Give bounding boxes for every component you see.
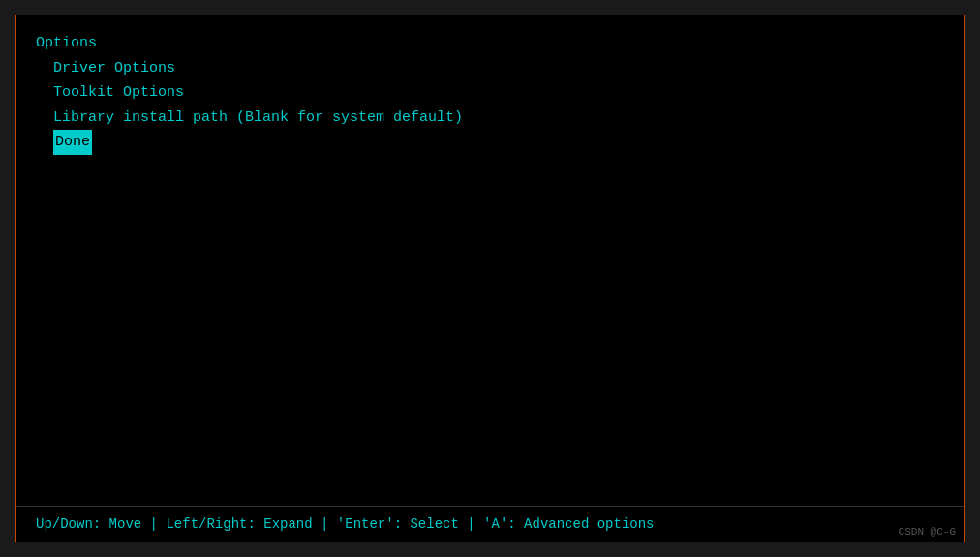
terminal-window: Options Driver Options Toolkit Options L…: [15, 15, 965, 542]
menu-item-toolkit-options[interactable]: Toolkit Options: [36, 80, 944, 106]
menu-item-done[interactable]: Done: [36, 130, 944, 155]
watermark: CSDN @C-G: [899, 526, 956, 538]
status-bar: Up/Down: Move | Left/Right: Expand | 'En…: [16, 506, 964, 542]
terminal-content: Options Driver Options Toolkit Options L…: [16, 15, 964, 506]
menu-title: Options: [36, 31, 944, 56]
menu-item-driver-options[interactable]: Driver Options: [36, 56, 944, 81]
menu-item-library-install[interactable]: Library install path (Blank for system d…: [36, 106, 944, 131]
selected-item-done[interactable]: Done: [53, 130, 92, 155]
